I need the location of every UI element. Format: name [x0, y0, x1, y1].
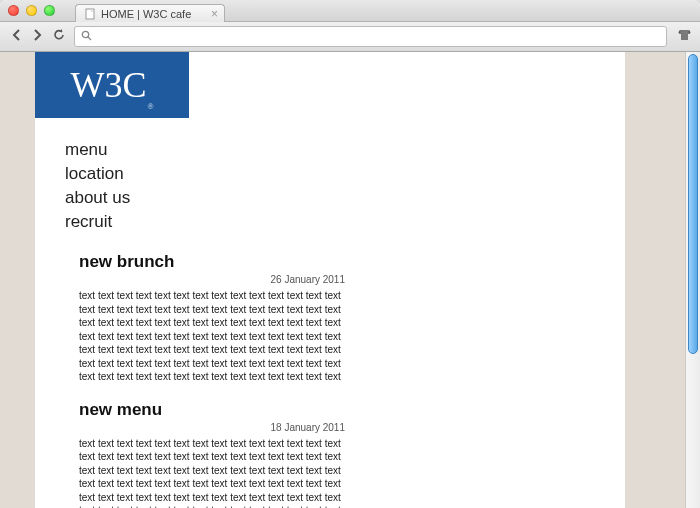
svg-rect-0 — [86, 9, 94, 19]
tab-title: HOME | W3C cafe — [101, 8, 191, 20]
post-body: text text text text text text text text … — [79, 289, 359, 384]
post-date: 26 January 2011 — [79, 274, 595, 285]
nav-buttons — [8, 28, 68, 46]
post-date: 18 January 2011 — [79, 422, 595, 433]
svg-point-1 — [82, 31, 88, 37]
traffic-lights — [8, 5, 55, 16]
page-icon — [84, 8, 96, 20]
post: new menu 18 January 2011 text text text … — [79, 400, 595, 509]
browser-tab[interactable]: HOME | W3C cafe × — [75, 4, 225, 22]
forward-button[interactable] — [28, 28, 46, 46]
post-body: text text text text text text text text … — [79, 437, 359, 509]
logo-text: W3C® — [70, 64, 153, 106]
nav-item-about[interactable]: about us — [65, 186, 625, 210]
zoom-window-button[interactable] — [44, 5, 55, 16]
scrollbar[interactable] — [685, 52, 700, 508]
content: new brunch 26 January 2011 text text tex… — [35, 244, 625, 508]
url-input[interactable] — [96, 30, 660, 44]
nav-item-recruit[interactable]: recruit — [65, 210, 625, 234]
tab-close-icon[interactable]: × — [211, 8, 218, 20]
titlebar: HOME | W3C cafe × — [0, 0, 700, 22]
tab-bar: HOME | W3C cafe × — [75, 4, 225, 22]
page: W3C® menu location about us recruit new … — [35, 52, 625, 508]
post-title: new brunch — [79, 252, 595, 272]
reload-button[interactable] — [50, 28, 68, 46]
close-window-button[interactable] — [8, 5, 19, 16]
svg-line-2 — [88, 37, 91, 40]
minimize-window-button[interactable] — [26, 5, 37, 16]
search-icon — [81, 30, 92, 44]
settings-icon[interactable] — [677, 28, 692, 46]
url-bar[interactable] — [74, 26, 667, 47]
nav-item-location[interactable]: location — [65, 162, 625, 186]
post: new brunch 26 January 2011 text text tex… — [79, 252, 595, 384]
post-title: new menu — [79, 400, 595, 420]
scrollbar-thumb[interactable] — [688, 54, 698, 354]
back-button[interactable] — [8, 28, 26, 46]
main-nav: menu location about us recruit — [35, 118, 625, 244]
logo[interactable]: W3C® — [35, 52, 189, 118]
toolbar — [0, 22, 700, 52]
viewport: W3C® menu location about us recruit new … — [0, 52, 700, 508]
nav-item-menu[interactable]: menu — [65, 138, 625, 162]
browser-window: HOME | W3C cafe × — [0, 0, 700, 508]
